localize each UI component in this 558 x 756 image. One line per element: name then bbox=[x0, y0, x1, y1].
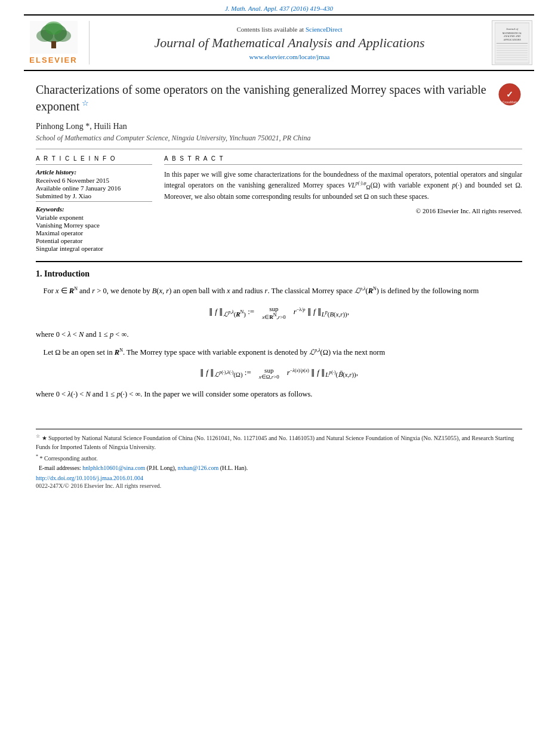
norm-1-display: ‖ f ‖ℒp,λ(RN) := sup x∈RN,r>0 r−λ/p ‖ f … bbox=[36, 305, 522, 320]
info-divider bbox=[36, 164, 152, 165]
svg-rect-2 bbox=[51, 41, 56, 48]
article-info-column: A R T I C L E I N F O Article history: R… bbox=[36, 155, 152, 253]
journal-ref-text: J. Math. Anal. Appl. 437 (2016) 419–430 bbox=[225, 5, 333, 12]
page: J. Math. Anal. Appl. 437 (2016) 419–430 … bbox=[0, 0, 558, 756]
footnote-star: ☆ ★ Supported by National Natural Scienc… bbox=[36, 433, 522, 451]
journal-title: Journal of Mathematical Analysis and App… bbox=[95, 35, 483, 51]
article-title-text: Characterizations of some operators on t… bbox=[36, 83, 486, 113]
article-title-block: Characterizations of some operators on t… bbox=[36, 82, 522, 115]
norm-2-display: ‖ f ‖ℒp(·),λ(·)(Ω) := sup x∈Ω,r>0 r−λ(x)… bbox=[36, 367, 522, 380]
received-date: Received 6 November 2015 bbox=[36, 177, 152, 184]
keywords-divider bbox=[36, 201, 152, 202]
email-label: E-mail addresses: bbox=[39, 465, 81, 471]
footer: ☆ ★ Supported by National Natural Scienc… bbox=[36, 429, 522, 490]
email-2-name: (H.L. Han). bbox=[220, 465, 248, 471]
section-divider bbox=[36, 261, 522, 262]
svg-text:Journal of: Journal of bbox=[506, 27, 519, 30]
svg-text:CrossMark: CrossMark bbox=[502, 100, 517, 104]
journal-center: Contents lists available at ScienceDirec… bbox=[95, 26, 483, 60]
keywords-label: Keywords: bbox=[36, 205, 152, 213]
intro-paragraph-2: Let Ω be an open set in RN. The Morrey t… bbox=[36, 346, 522, 358]
footnote-corresponding: * * Corresponding author. bbox=[36, 453, 522, 463]
abstract-text: In this paper we will give some characte… bbox=[164, 170, 522, 202]
article-title: Characterizations of some operators on t… bbox=[36, 82, 492, 115]
article-history-label: Article history: bbox=[36, 168, 152, 176]
section-1-title: 1. Introduction bbox=[36, 269, 522, 279]
main-content: Characterizations of some operators on t… bbox=[0, 71, 558, 417]
contents-line: Contents lists available at ScienceDirec… bbox=[95, 26, 483, 33]
journal-cover-image: Journal of MATHEMATICAL ANALYSIS AND APP… bbox=[492, 20, 532, 65]
footnote-star-text: ★ Supported by National Natural Science … bbox=[36, 435, 514, 450]
doi-link[interactable]: http://dx.doi.org/10.1016/j.jmaa.2016.01… bbox=[36, 475, 522, 481]
intro-paragraph-1: For x ∈ RN and r > 0, we denote by B(x, … bbox=[36, 285, 522, 297]
email-2-link[interactable]: nxhan@126.com bbox=[178, 465, 218, 471]
svg-rect-11 bbox=[496, 43, 527, 44]
keyword-1: Variable exponent bbox=[36, 214, 152, 221]
elsevier-brand-text: ELSEVIER bbox=[29, 56, 77, 64]
email-1-link[interactable]: hnlphlch10601@sina.com bbox=[82, 465, 145, 471]
keyword-4: Potential operator bbox=[36, 237, 152, 244]
crossmark-logo: ✓ CrossMark bbox=[498, 83, 522, 108]
condition-2: where 0 < λ(·) < N and 1 ≤ p(·) < ∞. In … bbox=[36, 388, 522, 400]
contents-label: Contents lists available at bbox=[236, 26, 304, 33]
keyword-2: Vanishing Morrey space bbox=[36, 222, 152, 229]
affiliation: School of Mathematics and Computer Scien… bbox=[36, 134, 522, 143]
corresponding-text: * Corresponding author. bbox=[40, 455, 98, 462]
svg-text:ANALYSIS AND: ANALYSIS AND bbox=[502, 35, 520, 38]
submitted-by: Submitted by J. Xiao bbox=[36, 192, 152, 199]
abstract-divider bbox=[164, 164, 522, 165]
svg-text:MATHEMATICAL: MATHEMATICAL bbox=[501, 31, 522, 34]
abstract-column: A B S T R A C T In this paper we will gi… bbox=[164, 155, 522, 253]
authors-text: Pinhong Long *, Huili Han bbox=[36, 122, 127, 131]
elsevier-logo: ELSEVIER bbox=[24, 21, 90, 64]
journal-reference: J. Math. Anal. Appl. 437 (2016) 419–430 bbox=[0, 0, 558, 14]
authors: Pinhong Long *, Huili Han bbox=[36, 122, 522, 131]
article-star: ☆ bbox=[79, 99, 88, 107]
and-word: and bbox=[79, 287, 90, 295]
journal-header: ELSEVIER Contents lists available at Sci… bbox=[24, 14, 534, 71]
article-info-title: A R T I C L E I N F O bbox=[36, 155, 152, 162]
divider-1 bbox=[36, 149, 522, 149]
issn-line: 0022-247X/© 2016 Elsevier Inc. All right… bbox=[36, 483, 522, 489]
footnote-emails: E-mail addresses: hnlphlch10601@sina.com… bbox=[36, 465, 522, 471]
svg-text:✓: ✓ bbox=[506, 90, 513, 99]
crossmark-icon: ✓ CrossMark bbox=[498, 83, 521, 106]
email-1-name: (P.H. Long), bbox=[147, 465, 176, 471]
condition-1: where 0 < λ < N and 1 ≤ p < ∞. bbox=[36, 328, 522, 340]
journal-thumbnail: Journal of MATHEMATICAL ANALYSIS AND APP… bbox=[489, 20, 534, 65]
article-body: A R T I C L E I N F O Article history: R… bbox=[36, 155, 522, 253]
keyword-3: Maximal operator bbox=[36, 229, 152, 236]
abstract-title: A B S T R A C T bbox=[164, 155, 522, 162]
elsevier-tree-icon bbox=[30, 21, 78, 54]
copyright-line: © 2016 Elsevier Inc. All rights reserved… bbox=[164, 207, 522, 214]
svg-point-5 bbox=[45, 21, 63, 35]
journal-url[interactable]: www.elsevier.com/locate/jmaa bbox=[95, 53, 483, 60]
keyword-5: Singular integral operator bbox=[36, 245, 152, 252]
sciencedirect-link[interactable]: ScienceDirect bbox=[306, 26, 343, 33]
svg-text:APPLICATIONS: APPLICATIONS bbox=[502, 38, 521, 41]
available-date: Available online 7 January 2016 bbox=[36, 185, 152, 192]
